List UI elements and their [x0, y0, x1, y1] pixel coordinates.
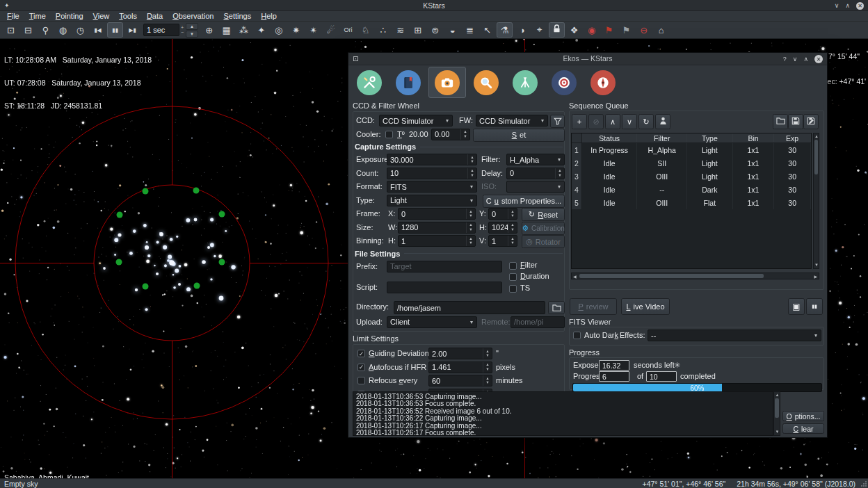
- tab-align[interactable]: [545, 67, 583, 98]
- refocus-every-checkbox[interactable]: [357, 377, 365, 384]
- open-sequence-button[interactable]: [773, 114, 788, 129]
- time-step-spinbox[interactable]: 1 sec+−▲▼: [143, 23, 198, 38]
- toggle-constellation-art-button[interactable]: ♘: [357, 22, 373, 38]
- menu-tools[interactable]: Tools: [114, 11, 142, 22]
- set-geolocation-button[interactable]: ◍: [55, 22, 71, 38]
- script-input[interactable]: [387, 282, 502, 293]
- tab-mount[interactable]: [506, 67, 544, 98]
- move-job-up-button[interactable]: ∧: [605, 114, 620, 129]
- ekos-close-button[interactable]: ✕: [814, 55, 823, 63]
- sequence-vertical-scrollbar[interactable]: ▲ ▼: [813, 133, 819, 269]
- toggle-comets-button[interactable]: ☄: [323, 22, 339, 38]
- live-video-button[interactable]: Live Video: [621, 298, 670, 315]
- lock-position-button[interactable]: [549, 22, 565, 38]
- time-step-forward-button[interactable]: ▶▮: [124, 22, 140, 38]
- type-combo[interactable]: Light▾: [387, 195, 477, 206]
- tab-focus[interactable]: [467, 67, 505, 98]
- menu-file[interactable]: File: [2, 11, 24, 22]
- window-close-button[interactable]: ✕: [856, 2, 864, 10]
- autofocus-hfr-spinbox[interactable]: 1.461▲▼: [428, 361, 492, 373]
- export-sky-image-button[interactable]: ▦: [218, 22, 234, 38]
- toggle-equatorial-grid-button[interactable]: ⊞: [410, 22, 426, 38]
- filter-manager-button[interactable]: [550, 115, 565, 128]
- sequence-row[interactable]: 4Idle--Dark1x130: [572, 183, 811, 196]
- temperature-spinbox[interactable]: 0.00▲▼: [431, 129, 470, 140]
- set-time-button[interactable]: ◷: [72, 22, 88, 38]
- menu-view[interactable]: View: [88, 11, 115, 22]
- night-colors-button[interactable]: ◑: [514, 22, 530, 38]
- frame-y-spinbox[interactable]: 0▲▼: [488, 208, 517, 220]
- binning-h-spinbox[interactable]: 1▲▼: [398, 235, 476, 247]
- toggle-stars-button[interactable]: ⁂: [236, 22, 252, 38]
- toggle-solar-system-button[interactable]: ◎: [271, 22, 287, 38]
- format-combo[interactable]: FITS▾: [387, 181, 477, 193]
- sequence-horizontal-scrollbar[interactable]: ◀ ▶: [571, 273, 819, 279]
- ccd-combo[interactable]: CCD Simulator▾: [379, 115, 453, 127]
- ekos-maximize-button[interactable]: ∧: [803, 56, 808, 63]
- save-sequence-as-button[interactable]: [803, 114, 819, 129]
- size-h-spinbox[interactable]: 1024▲▼: [488, 222, 517, 234]
- menu-pointing[interactable]: Pointing: [51, 11, 88, 22]
- cooler-checkbox[interactable]: [385, 131, 393, 138]
- custom-properties-button[interactable]: Custom Properties...: [483, 195, 565, 208]
- auto-dark-checkbox[interactable]: [573, 332, 581, 339]
- toggle-satellites-button[interactable]: ✴: [305, 22, 321, 38]
- remove-trail-button[interactable]: ⊖: [636, 22, 652, 38]
- menu-observation[interactable]: Observation: [168, 11, 218, 22]
- prefix-input[interactable]: Target: [387, 261, 502, 273]
- menu-time[interactable]: Time: [24, 11, 51, 22]
- log-box[interactable]: 2018-01-13T10:36:53 Capturing image...20…: [353, 391, 773, 436]
- list-flags-button[interactable]: ⚑: [618, 22, 634, 38]
- window-maximize-button[interactable]: ∧: [845, 0, 850, 11]
- reset-jobs-button[interactable]: ↻: [638, 114, 654, 129]
- toggle-milky-way-button[interactable]: ≋: [392, 22, 408, 38]
- options-button[interactable]: Options...: [782, 411, 824, 421]
- sequence-row[interactable]: 5IdleOIIIFlat1x130: [572, 196, 811, 209]
- autofocus-hfr-checkbox[interactable]: ✓: [357, 364, 365, 371]
- guiding-deviation-spinbox[interactable]: 2.00▲▼: [428, 348, 492, 359]
- move-job-down-button[interactable]: ∨: [622, 114, 637, 129]
- column-header-filter[interactable]: Filter: [637, 133, 687, 143]
- column-header-status[interactable]: Status: [582, 133, 638, 143]
- size-w-spinbox[interactable]: 1280▲▼: [398, 222, 476, 234]
- time-step-back-button[interactable]: ▮◀: [90, 22, 106, 38]
- menu-settings[interactable]: Settings: [218, 11, 256, 22]
- sequence-table[interactable]: StatusFilterTypeBinExp1In ProgressH_Alph…: [571, 133, 812, 269]
- sequence-row[interactable]: 1In ProgressH_AlphaLight1x130: [572, 143, 811, 156]
- sequence-row[interactable]: 3IdleOIIILight1x130: [572, 170, 811, 183]
- column-header-bin[interactable]: Bin: [733, 133, 775, 143]
- menu-data[interactable]: Data: [142, 11, 168, 22]
- time-step-plus-minus[interactable]: +−: [181, 25, 184, 35]
- display-in-fits-viewer-button[interactable]: ▣: [788, 298, 805, 315]
- toggle-constellation-names-button[interactable]: Ori: [340, 22, 356, 38]
- observation-indicator-button[interactable]: ◉: [584, 22, 600, 38]
- toggle-supernovae-button[interactable]: ✷: [288, 22, 304, 38]
- tab-setup[interactable]: [351, 67, 388, 98]
- add-flag-button[interactable]: ⚑: [601, 22, 617, 38]
- tab-capture[interactable]: [428, 67, 466, 98]
- column-header-exp[interactable]: Exp: [774, 133, 811, 143]
- duration-suffix-checkbox[interactable]: [509, 273, 517, 281]
- window-titlebar[interactable]: ✦ KStars ∨ ∧ ✕: [0, 0, 868, 11]
- sequence-row[interactable]: 2IdleSIILight1x130: [572, 156, 811, 170]
- ekos-minimize-button[interactable]: ∨: [793, 56, 798, 63]
- guiding-deviation-checkbox[interactable]: ✓: [357, 350, 365, 357]
- time-pause-button[interactable]: ▮▮: [107, 22, 123, 38]
- delay-spinbox[interactable]: 0▲▼: [506, 168, 565, 179]
- tab-guide[interactable]: [584, 67, 622, 98]
- filter-combo[interactable]: H_Alpha▾: [506, 154, 565, 165]
- resize-grip[interactable]: [861, 481, 867, 487]
- time-step-value[interactable]: 1 sec: [143, 24, 179, 36]
- save-sequence-button[interactable]: [788, 114, 803, 129]
- count-spinbox[interactable]: 10▲▼: [387, 168, 477, 179]
- reset-frame-button[interactable]: ↻Reset: [522, 208, 565, 221]
- add-job-button[interactable]: +: [572, 114, 587, 129]
- click-identify-button[interactable]: ↖: [479, 22, 495, 38]
- pause-display-button[interactable]: ▮▮: [806, 298, 823, 315]
- browse-directory-button[interactable]: [548, 301, 565, 314]
- pointing-focus-button[interactable]: ⊕: [201, 22, 217, 38]
- clear-button[interactable]: Clear: [782, 423, 824, 434]
- ekos-help-button[interactable]: ?: [783, 56, 787, 63]
- sky-color-scheme-button[interactable]: ❖: [566, 22, 582, 38]
- exposure-spinbox[interactable]: 30.000▲▼: [387, 154, 477, 165]
